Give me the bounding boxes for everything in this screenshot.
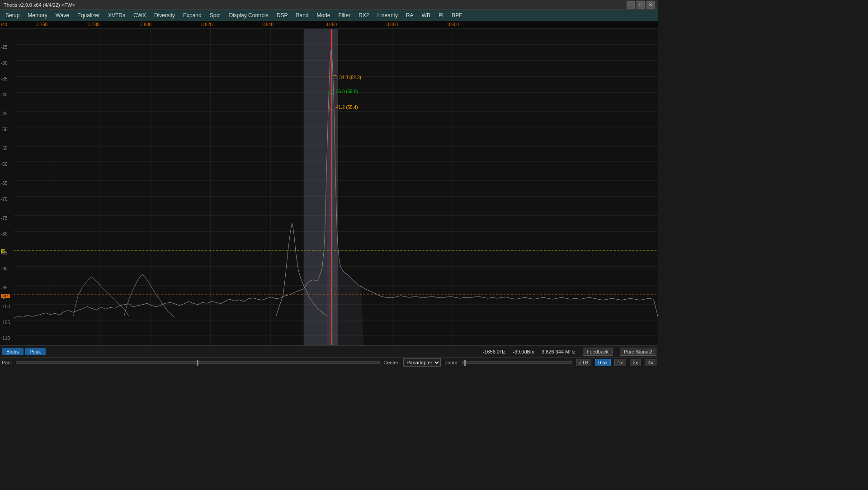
freq-offset: -1656.0Hz bbox=[483, 349, 506, 354]
bottom-left-controls: Blobs Peak bbox=[2, 348, 46, 355]
zoom-thumb bbox=[464, 360, 466, 366]
y-label--45: -45 bbox=[1, 111, 7, 116]
bottom-bar: Blobs Peak -1656.0Hz -39.0dBm 3.826 344 … bbox=[0, 345, 658, 357]
frequency-ruler: /403.7603.7803.8003.8203.8403.8603.8803.… bbox=[0, 21, 658, 29]
titlebar-title: Thetis v2.9.0 x64 (4/4/22) <FW> bbox=[4, 2, 75, 8]
marker-3: -41.2 (55.4) bbox=[330, 105, 358, 110]
freq-label-3.760: 3.760 bbox=[36, 22, 47, 27]
pan-thumb bbox=[197, 360, 198, 366]
y-label--55: -55 bbox=[1, 146, 7, 151]
panadapter-select[interactable]: Panadapter bbox=[403, 358, 441, 367]
y-label--95: -95 bbox=[1, 285, 7, 290]
marker-2: -36.8 (59.8) bbox=[330, 89, 358, 94]
y-label--110: -110 bbox=[1, 336, 10, 341]
power-level: -39.0dBm bbox=[513, 349, 534, 354]
y-label--50: -50 bbox=[1, 127, 7, 132]
y-label--90: -90 bbox=[1, 266, 7, 271]
zoom-1x-button[interactable]: 1x bbox=[614, 359, 626, 366]
menu-item-wb[interactable]: WB bbox=[418, 11, 434, 19]
menu-item-mode[interactable]: Mode bbox=[313, 11, 334, 19]
y-label--35: -35 bbox=[1, 76, 7, 81]
menu-item-setup[interactable]: Setup bbox=[2, 11, 23, 19]
menu-item-diversity[interactable]: Diversity bbox=[151, 11, 179, 19]
menu-item-linearity[interactable]: Linearity bbox=[374, 11, 401, 19]
menu-item-expand[interactable]: Expand bbox=[179, 11, 205, 19]
y-label--30: -30 bbox=[1, 61, 7, 66]
spectrum-container: -25-30-35-40-45-50-55-60-65-70-75-80-85-… bbox=[0, 29, 658, 345]
pan-label: Pan: bbox=[2, 360, 12, 365]
freq-label-3.860: 3.860 bbox=[326, 22, 337, 27]
pan-slider[interactable] bbox=[16, 361, 380, 364]
freq-label-3.900: 3.900 bbox=[448, 22, 459, 27]
menu-item-cwx[interactable]: CWX bbox=[130, 11, 150, 19]
freq-mhz: 3.826 344 MHz bbox=[542, 349, 576, 354]
menu-item-filter[interactable]: Filter bbox=[335, 11, 354, 19]
zoom-2x-button[interactable]: 2x bbox=[630, 359, 642, 366]
peak-button[interactable]: Peak bbox=[25, 348, 46, 355]
y-label--75: -75 bbox=[1, 216, 7, 221]
noise-floor-label-2: -97 bbox=[1, 293, 10, 298]
blobs-button[interactable]: Blobs bbox=[2, 348, 24, 355]
marker-1: -34.3 (62.3) bbox=[333, 75, 361, 80]
zoom-label: Zoom: bbox=[444, 360, 458, 365]
menu-item-xvtrs[interactable]: XVTRs bbox=[104, 11, 129, 19]
close-button[interactable]: ✕ bbox=[646, 1, 655, 9]
freq-label-3.820: 3.820 bbox=[201, 22, 212, 27]
feedback-button[interactable]: Feedback bbox=[583, 348, 613, 356]
zoom-0.5x-button[interactable]: 0.5x bbox=[595, 359, 611, 366]
pan-bar: Pan: Center: Panadapter Zoom: ZTB 0.5x 1… bbox=[0, 357, 658, 367]
menu-item-wave[interactable]: Wave bbox=[52, 11, 73, 19]
bottom-right-info: -1656.0Hz -39.0dBm 3.826 344 MHz Feedbac… bbox=[483, 348, 656, 356]
menu-item-display-controls[interactable]: Display Controls bbox=[225, 11, 272, 19]
zoom-4x-button[interactable]: 4x bbox=[645, 359, 656, 366]
y-label--25: -25 bbox=[1, 45, 7, 50]
y-label--70: -70 bbox=[1, 197, 7, 202]
maximize-button[interactable]: □ bbox=[637, 1, 645, 9]
y-label--80: -80 bbox=[1, 231, 7, 236]
menu-item-pi[interactable]: PI bbox=[435, 11, 447, 19]
menu-item-equalizer[interactable]: Equalizer bbox=[74, 11, 104, 19]
freq-label-3.880: 3.880 bbox=[387, 22, 398, 27]
freq-label-3.780: 3.780 bbox=[88, 22, 99, 27]
y-axis: -25-30-35-40-45-50-55-60-65-70-75-80-85-… bbox=[0, 29, 14, 345]
menu-item-memory[interactable]: Memory bbox=[24, 11, 51, 19]
noise-floor-label-1: -6 bbox=[1, 249, 5, 253]
minimize-button[interactable]: _ bbox=[627, 1, 635, 9]
menu-item-ra[interactable]: RA bbox=[402, 11, 417, 19]
ztb-button[interactable]: ZTB bbox=[576, 359, 592, 366]
pure-signal-button[interactable]: Pure Signal2 bbox=[620, 348, 656, 356]
center-label: Center: bbox=[383, 360, 400, 365]
menu-item-dsp[interactable]: DSP bbox=[273, 11, 292, 19]
menu-item-spot[interactable]: Spot bbox=[206, 11, 225, 19]
freq-label-/40: /40 bbox=[1, 22, 7, 27]
y-label--105: -105 bbox=[1, 320, 10, 325]
y-label--40: -40 bbox=[1, 92, 7, 97]
freq-label-3.840: 3.840 bbox=[262, 22, 274, 27]
menubar: SetupMemoryWaveEqualizerXVTRsCWXDiversit… bbox=[0, 10, 658, 21]
zoom-slider[interactable] bbox=[462, 361, 572, 364]
y-label--65: -65 bbox=[1, 181, 7, 186]
titlebar: Thetis v2.9.0 x64 (4/4/22) <FW> _ □ ✕ bbox=[0, 0, 658, 10]
y-label--60: -60 bbox=[1, 162, 7, 167]
titlebar-controls: _ □ ✕ bbox=[627, 1, 655, 9]
freq-label-3.800: 3.800 bbox=[140, 22, 151, 27]
menu-item-band[interactable]: Band bbox=[292, 11, 312, 19]
menu-item-bpf[interactable]: BPF bbox=[448, 11, 466, 19]
menu-item-rx2[interactable]: RX2 bbox=[355, 11, 373, 19]
y-label--100: -100 bbox=[1, 304, 10, 309]
